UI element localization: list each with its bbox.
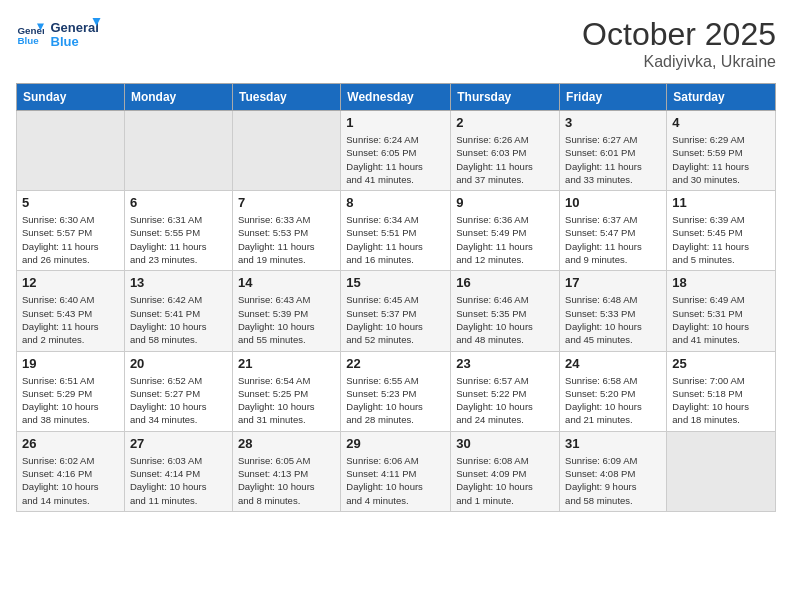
calendar-day-cell: 5Sunrise: 6:30 AM Sunset: 5:57 PM Daylig… <box>17 191 125 271</box>
day-number: 13 <box>130 275 227 290</box>
calendar-week-row: 19Sunrise: 6:51 AM Sunset: 5:29 PM Dayli… <box>17 351 776 431</box>
calendar-day-cell: 27Sunrise: 6:03 AM Sunset: 4:14 PM Dayli… <box>124 431 232 511</box>
calendar-day-cell: 1Sunrise: 6:24 AM Sunset: 6:05 PM Daylig… <box>341 111 451 191</box>
day-info: Sunrise: 6:26 AM Sunset: 6:03 PM Dayligh… <box>456 133 554 186</box>
calendar-day-cell: 11Sunrise: 6:39 AM Sunset: 5:45 PM Dayli… <box>667 191 776 271</box>
day-info: Sunrise: 6:58 AM Sunset: 5:20 PM Dayligh… <box>565 374 661 427</box>
calendar-day-cell: 3Sunrise: 6:27 AM Sunset: 6:01 PM Daylig… <box>560 111 667 191</box>
day-info: Sunrise: 7:00 AM Sunset: 5:18 PM Dayligh… <box>672 374 770 427</box>
calendar-week-row: 12Sunrise: 6:40 AM Sunset: 5:43 PM Dayli… <box>17 271 776 351</box>
day-number: 15 <box>346 275 445 290</box>
day-info: Sunrise: 6:43 AM Sunset: 5:39 PM Dayligh… <box>238 293 335 346</box>
day-number: 21 <box>238 356 335 371</box>
calendar-day-cell: 6Sunrise: 6:31 AM Sunset: 5:55 PM Daylig… <box>124 191 232 271</box>
weekday-header-cell: Friday <box>560 84 667 111</box>
day-number: 5 <box>22 195 119 210</box>
calendar-day-cell: 2Sunrise: 6:26 AM Sunset: 6:03 PM Daylig… <box>451 111 560 191</box>
day-number: 24 <box>565 356 661 371</box>
day-number: 20 <box>130 356 227 371</box>
svg-text:Blue: Blue <box>17 34 39 45</box>
day-info: Sunrise: 6:33 AM Sunset: 5:53 PM Dayligh… <box>238 213 335 266</box>
day-number: 22 <box>346 356 445 371</box>
calendar-day-cell: 21Sunrise: 6:54 AM Sunset: 5:25 PM Dayli… <box>232 351 340 431</box>
location-title: Kadiyivka, Ukraine <box>582 53 776 71</box>
day-number: 19 <box>22 356 119 371</box>
calendar-day-cell <box>124 111 232 191</box>
calendar-day-cell <box>667 431 776 511</box>
calendar-day-cell: 20Sunrise: 6:52 AM Sunset: 5:27 PM Dayli… <box>124 351 232 431</box>
weekday-header-cell: Sunday <box>17 84 125 111</box>
calendar-day-cell: 23Sunrise: 6:57 AM Sunset: 5:22 PM Dayli… <box>451 351 560 431</box>
day-number: 9 <box>456 195 554 210</box>
day-number: 11 <box>672 195 770 210</box>
day-info: Sunrise: 6:27 AM Sunset: 6:01 PM Dayligh… <box>565 133 661 186</box>
day-info: Sunrise: 6:24 AM Sunset: 6:05 PM Dayligh… <box>346 133 445 186</box>
day-info: Sunrise: 6:37 AM Sunset: 5:47 PM Dayligh… <box>565 213 661 266</box>
calendar-day-cell: 17Sunrise: 6:48 AM Sunset: 5:33 PM Dayli… <box>560 271 667 351</box>
calendar-table: SundayMondayTuesdayWednesdayThursdayFrid… <box>16 83 776 512</box>
day-number: 10 <box>565 195 661 210</box>
svg-text:General: General <box>51 20 99 35</box>
day-number: 26 <box>22 436 119 451</box>
day-info: Sunrise: 6:45 AM Sunset: 5:37 PM Dayligh… <box>346 293 445 346</box>
logo-graphic: General Blue <box>48 16 103 51</box>
day-info: Sunrise: 6:40 AM Sunset: 5:43 PM Dayligh… <box>22 293 119 346</box>
day-info: Sunrise: 6:52 AM Sunset: 5:27 PM Dayligh… <box>130 374 227 427</box>
day-info: Sunrise: 6:48 AM Sunset: 5:33 PM Dayligh… <box>565 293 661 346</box>
day-info: Sunrise: 6:49 AM Sunset: 5:31 PM Dayligh… <box>672 293 770 346</box>
day-info: Sunrise: 6:46 AM Sunset: 5:35 PM Dayligh… <box>456 293 554 346</box>
weekday-header-cell: Wednesday <box>341 84 451 111</box>
day-info: Sunrise: 6:02 AM Sunset: 4:16 PM Dayligh… <box>22 454 119 507</box>
day-info: Sunrise: 6:30 AM Sunset: 5:57 PM Dayligh… <box>22 213 119 266</box>
svg-text:Blue: Blue <box>51 34 79 49</box>
day-info: Sunrise: 6:51 AM Sunset: 5:29 PM Dayligh… <box>22 374 119 427</box>
day-number: 7 <box>238 195 335 210</box>
calendar-day-cell: 16Sunrise: 6:46 AM Sunset: 5:35 PM Dayli… <box>451 271 560 351</box>
weekday-header-cell: Saturday <box>667 84 776 111</box>
calendar-day-cell: 13Sunrise: 6:42 AM Sunset: 5:41 PM Dayli… <box>124 271 232 351</box>
calendar-day-cell: 25Sunrise: 7:00 AM Sunset: 5:18 PM Dayli… <box>667 351 776 431</box>
day-number: 2 <box>456 115 554 130</box>
day-number: 4 <box>672 115 770 130</box>
weekday-header-cell: Thursday <box>451 84 560 111</box>
day-number: 29 <box>346 436 445 451</box>
day-number: 18 <box>672 275 770 290</box>
calendar-day-cell: 8Sunrise: 6:34 AM Sunset: 5:51 PM Daylig… <box>341 191 451 271</box>
day-number: 1 <box>346 115 445 130</box>
calendar-day-cell <box>17 111 125 191</box>
day-number: 31 <box>565 436 661 451</box>
calendar-day-cell: 24Sunrise: 6:58 AM Sunset: 5:20 PM Dayli… <box>560 351 667 431</box>
weekday-header-cell: Monday <box>124 84 232 111</box>
day-info: Sunrise: 6:54 AM Sunset: 5:25 PM Dayligh… <box>238 374 335 427</box>
calendar-day-cell: 31Sunrise: 6:09 AM Sunset: 4:08 PM Dayli… <box>560 431 667 511</box>
day-number: 27 <box>130 436 227 451</box>
calendar-day-cell: 7Sunrise: 6:33 AM Sunset: 5:53 PM Daylig… <box>232 191 340 271</box>
day-info: Sunrise: 6:31 AM Sunset: 5:55 PM Dayligh… <box>130 213 227 266</box>
calendar-week-row: 26Sunrise: 6:02 AM Sunset: 4:16 PM Dayli… <box>17 431 776 511</box>
calendar-day-cell: 30Sunrise: 6:08 AM Sunset: 4:09 PM Dayli… <box>451 431 560 511</box>
calendar-day-cell: 18Sunrise: 6:49 AM Sunset: 5:31 PM Dayli… <box>667 271 776 351</box>
calendar-day-cell: 10Sunrise: 6:37 AM Sunset: 5:47 PM Dayli… <box>560 191 667 271</box>
calendar-day-cell: 12Sunrise: 6:40 AM Sunset: 5:43 PM Dayli… <box>17 271 125 351</box>
calendar-week-row: 5Sunrise: 6:30 AM Sunset: 5:57 PM Daylig… <box>17 191 776 271</box>
logo: General Blue General Blue <box>16 16 103 51</box>
day-info: Sunrise: 6:39 AM Sunset: 5:45 PM Dayligh… <box>672 213 770 266</box>
calendar-day-cell: 29Sunrise: 6:06 AM Sunset: 4:11 PM Dayli… <box>341 431 451 511</box>
day-number: 3 <box>565 115 661 130</box>
day-info: Sunrise: 6:42 AM Sunset: 5:41 PM Dayligh… <box>130 293 227 346</box>
day-info: Sunrise: 6:08 AM Sunset: 4:09 PM Dayligh… <box>456 454 554 507</box>
day-number: 16 <box>456 275 554 290</box>
calendar-week-row: 1Sunrise: 6:24 AM Sunset: 6:05 PM Daylig… <box>17 111 776 191</box>
day-info: Sunrise: 6:36 AM Sunset: 5:49 PM Dayligh… <box>456 213 554 266</box>
calendar-day-cell: 15Sunrise: 6:45 AM Sunset: 5:37 PM Dayli… <box>341 271 451 351</box>
day-info: Sunrise: 6:03 AM Sunset: 4:14 PM Dayligh… <box>130 454 227 507</box>
calendar-day-cell: 28Sunrise: 6:05 AM Sunset: 4:13 PM Dayli… <box>232 431 340 511</box>
calendar-day-cell: 26Sunrise: 6:02 AM Sunset: 4:16 PM Dayli… <box>17 431 125 511</box>
day-info: Sunrise: 6:29 AM Sunset: 5:59 PM Dayligh… <box>672 133 770 186</box>
day-number: 8 <box>346 195 445 210</box>
weekday-header-row: SundayMondayTuesdayWednesdayThursdayFrid… <box>17 84 776 111</box>
day-info: Sunrise: 6:05 AM Sunset: 4:13 PM Dayligh… <box>238 454 335 507</box>
weekday-header-cell: Tuesday <box>232 84 340 111</box>
logo-icon: General Blue <box>16 20 44 48</box>
calendar-day-cell: 19Sunrise: 6:51 AM Sunset: 5:29 PM Dayli… <box>17 351 125 431</box>
